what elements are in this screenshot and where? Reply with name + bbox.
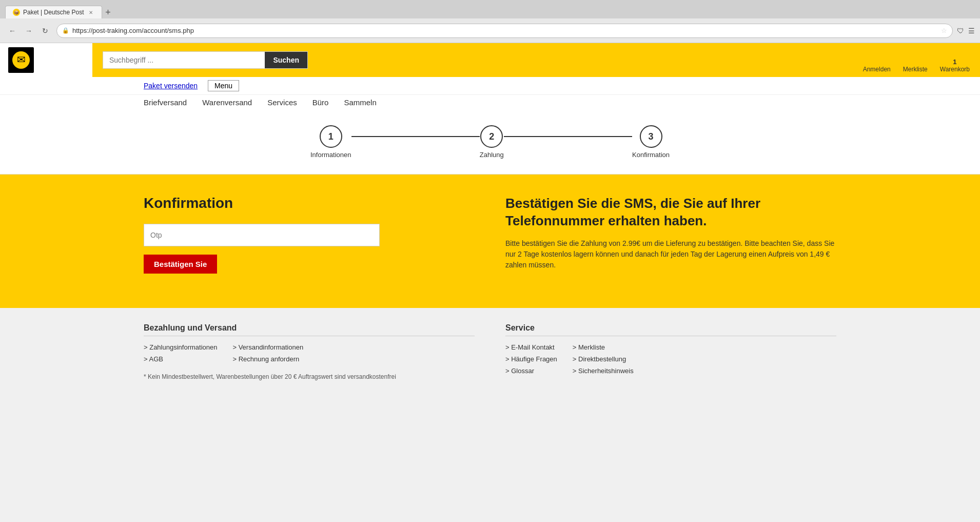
footer: Bezahlung und Versand > Zahlungsinformat… [0, 308, 980, 396]
merkliste-link[interactable]: Merkliste [903, 66, 928, 73]
nav-sammeln[interactable]: Sammeln [344, 98, 376, 107]
footer-link-sicherheit[interactable]: > Sicherheitshinweis [573, 367, 634, 375]
footer-link-agb[interactable]: > AGB [144, 355, 217, 363]
footer-link-versandinformationen[interactable]: > Versandinformationen [232, 343, 303, 351]
footer-link-zahlungsinformationen[interactable]: > Zahlungsinformationen [144, 343, 217, 351]
footer-service-left: > E-Mail Kontakt > Häufige Fragen > Glos… [505, 343, 557, 375]
footer-link-direktbestellung[interactable]: > Direktbestellung [573, 355, 634, 363]
menu-icon: ☰ [968, 27, 975, 35]
nav-warenversand[interactable]: Warenversand [202, 98, 252, 107]
bookmark-icon: ☆ [941, 27, 947, 34]
menu-button[interactable]: Menu [208, 80, 239, 91]
nav-buero[interactable]: Büro [312, 98, 329, 107]
footer-bezahlung-right: > Versandinformationen > Rechnung anford… [232, 343, 303, 363]
footer-col-bezahlung: Bezahlung und Versand > Zahlungsinformat… [144, 323, 475, 380]
konfirmation-right: Bestätigen Sie die SMS, die Sie auf Ihre… [505, 195, 836, 287]
url-text: https://post-traking.com/account/sms.php [72, 27, 938, 34]
steps-container: 1 Informationen 2 Zahlung 3 Konfirmation [310, 125, 670, 159]
anmelden-link[interactable]: Anmelden [863, 66, 891, 73]
step-2-circle: 2 [480, 125, 503, 148]
footer-link-merkliste[interactable]: > Merkliste [573, 343, 634, 351]
right-title: Bestätigen Sie die SMS, die Sie auf Ihre… [505, 195, 836, 230]
footer-service-links: > E-Mail Kontakt > Häufige Fragen > Glos… [505, 343, 836, 375]
tab-favicon: 📦 [13, 9, 20, 16]
footer-link-email[interactable]: > E-Mail Kontakt [505, 343, 557, 351]
nav-briefversand[interactable]: Briefversand [144, 98, 187, 107]
search-input[interactable] [103, 52, 265, 68]
search-button[interactable]: Suchen [265, 52, 307, 68]
footer-col-service: Service > E-Mail Kontakt > Häufige Frage… [505, 323, 836, 380]
step-3: 3 Konfirmation [632, 125, 670, 159]
footer-bezahlung-left: > Zahlungsinformationen > AGB [144, 343, 217, 363]
steps-section: 1 Informationen 2 Zahlung 3 Konfirmation [0, 110, 980, 175]
sub-header: Paket versenden Menu [0, 77, 980, 95]
step-1-circle: 1 [320, 125, 342, 148]
search-area: Suchen [92, 43, 853, 77]
footer-link-glossar[interactable]: > Glossar [505, 367, 557, 375]
search-box: Suchen [103, 51, 308, 69]
new-tab-button[interactable]: + [102, 6, 114, 18]
lock-icon: 🔒 [62, 27, 69, 34]
right-description: Bitte bestätigen Sie die Zahlung von 2.9… [505, 238, 836, 270]
active-tab[interactable]: 📦 Paket | Deutsche Post ✕ [5, 6, 102, 18]
logo-icon: ✉ [8, 47, 34, 73]
reload-button[interactable]: ↻ [38, 24, 52, 38]
footer-grid: Bezahlung und Versand > Zahlungsinformat… [144, 323, 836, 380]
logo-area: ✉ [0, 43, 92, 77]
step-3-circle: 3 [640, 125, 662, 148]
browser-tab-bar: 📦 Paket | Deutsche Post ✕ + [0, 0, 980, 18]
tab-title: Paket | Deutsche Post [23, 9, 84, 16]
konfirmation-left: Konfirmation Bestätigen Sie [144, 195, 475, 287]
footer-service-right: > Merkliste > Direktbestellung > Sicherh… [573, 343, 634, 375]
main-content: Konfirmation Bestätigen Sie Bestätigen S… [0, 175, 980, 308]
footer-link-rechnung[interactable]: > Rechnung anfordern [232, 355, 303, 363]
svg-text:✉: ✉ [17, 54, 26, 65]
shield-icon: 🛡 [957, 27, 964, 35]
forward-button[interactable]: → [22, 24, 36, 38]
main-nav: Briefversand Warenversand Services Büro … [0, 95, 980, 110]
step-2: 2 Zahlung [480, 125, 504, 159]
nav-services[interactable]: Services [267, 98, 297, 107]
footer-bezahlung-title: Bezahlung und Versand [144, 323, 475, 336]
footer-service-title: Service [505, 323, 836, 336]
step-1: 1 Informationen [310, 125, 351, 159]
step-1-label: Informationen [310, 151, 351, 159]
step-line-2 [504, 136, 632, 137]
footer-note: * Kein Mindestbestellwert, Warenbestellu… [144, 373, 475, 380]
site-header: ✉ Suchen Anmelden Merkliste 1 Warenkorb [0, 43, 980, 77]
step-2-label: Zahlung [480, 151, 504, 159]
confirm-button[interactable]: Bestätigen Sie [144, 255, 217, 274]
tab-close-button[interactable]: ✕ [87, 9, 94, 16]
step-3-label: Konfirmation [632, 151, 670, 159]
browser-chrome: ← → ↻ 🔒 https://post-traking.com/account… [0, 18, 980, 43]
konfirmation-title: Konfirmation [144, 195, 475, 211]
footer-link-faq[interactable]: > Häufige Fragen [505, 355, 557, 363]
nav-controls: ← → ↻ [5, 24, 52, 38]
browser-actions: 🛡 ☰ [957, 27, 975, 35]
address-bar[interactable]: 🔒 https://post-traking.com/account/sms.p… [56, 24, 953, 38]
header-actions: Anmelden Merkliste 1 Warenkorb [853, 43, 980, 77]
otp-input[interactable] [144, 224, 380, 246]
back-button[interactable]: ← [5, 24, 19, 38]
footer-bezahlung-links: > Zahlungsinformationen > AGB > Versandi… [144, 343, 475, 363]
paket-versenden-link[interactable]: Paket versenden [144, 82, 198, 90]
warenkorb-link[interactable]: 1 Warenkorb [940, 58, 970, 73]
step-line-1 [351, 136, 480, 137]
